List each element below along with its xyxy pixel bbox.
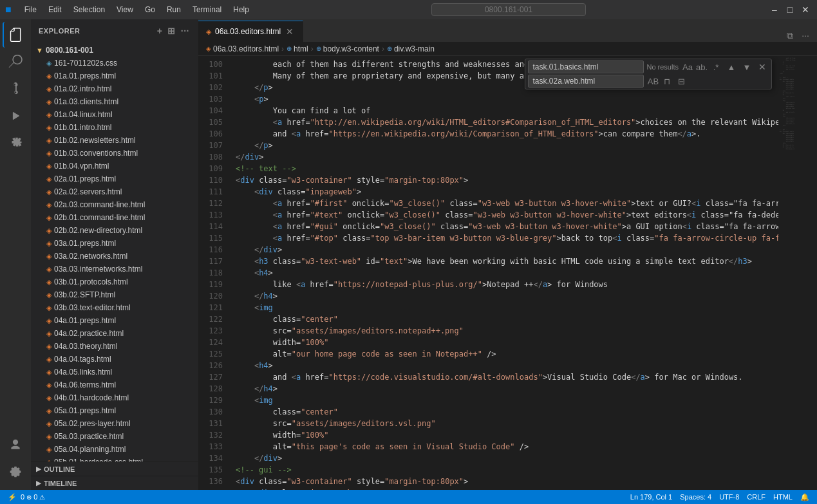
tree-file-item[interactable]: ◈04a.02.practice.html (31, 327, 198, 340)
status-spaces[interactable]: Spaces: 4 (677, 493, 714, 501)
tree-file-item[interactable]: ◈01a.04.linux.html (31, 108, 198, 121)
more-actions-icon[interactable]: ··· (799, 29, 812, 42)
match-case-icon[interactable]: Aa (681, 61, 694, 73)
tree-file-item[interactable]: ◈01b.03.conventions.html (31, 147, 198, 160)
tree-file-item[interactable]: ◈04a.05.links.html (31, 366, 198, 378)
tree-file-item[interactable]: ◈03b.03.text-editor.html (31, 301, 198, 314)
tree-file-item[interactable]: ◈01b.04.vpn.html (31, 160, 198, 173)
timeline-section[interactable]: ▶ TIMELINE (31, 476, 198, 490)
tree-file-item[interactable]: ◈01b.01.intro.html (31, 121, 198, 134)
breadcrumb-html-icon: ⊕ (286, 45, 292, 52)
tree-file-item[interactable]: ◈02b.02.new-directory.html (31, 224, 198, 237)
tree-root-folder[interactable]: ▼ 0800.161-001 (31, 44, 198, 57)
breadcrumb-file[interactable]: ◈ 06a.03.editors.html (206, 44, 279, 53)
tree-file-item[interactable]: ◈02a.01.preps.html (31, 173, 198, 185)
status-encoding[interactable]: UTF-8 (717, 493, 742, 501)
status-error-icon: ⊗ (26, 494, 32, 501)
breadcrumb-file-text[interactable]: 06a.03.editors.html (213, 44, 279, 53)
tree-file-item[interactable]: ◈01a.01.preps.html (31, 70, 198, 82)
replace-icon[interactable]: ⊓ (661, 75, 673, 88)
regex-icon[interactable]: .* (709, 61, 722, 73)
split-editor-icon[interactable]: ⧉ (784, 29, 796, 42)
status-notifications[interactable]: 🔔 (798, 493, 812, 501)
git-branch-icon: ⚡ (8, 493, 17, 501)
tab-file-icon: ◈ (206, 28, 211, 36)
breadcrumb-div[interactable]: ⊕ div.w3-main (387, 44, 435, 53)
find-result-text: No results (646, 63, 679, 71)
menu-view[interactable]: View (111, 4, 138, 15)
status-warning-icon: ⚠ (39, 494, 45, 501)
status-bar: ⚡ 0 ⊗ 0 ⚠ Ln 179, Col 1 Spaces: 4 UTF-8 … (0, 490, 817, 504)
active-tab[interactable]: ◈ 06a.03.editors.html ✕ (198, 21, 303, 42)
minimize-button[interactable]: – (768, 3, 781, 16)
tree-file-item[interactable]: ◈04a.01.preps.html (31, 314, 198, 327)
close-button[interactable]: ✕ (799, 3, 812, 16)
status-position[interactable]: Ln 179, Col 1 (628, 493, 675, 501)
find-next-icon[interactable]: ▼ (740, 61, 753, 73)
outline-section[interactable]: ▶ OUTLINE (31, 462, 198, 476)
breadcrumb-body[interactable]: ⊕ body.w3-content (316, 44, 379, 53)
breadcrumb-html-text[interactable]: html (294, 44, 308, 53)
status-encoding-text: UTF-8 (719, 493, 739, 501)
menu-file[interactable]: File (19, 4, 42, 15)
tree-file-item[interactable]: ◈03b.02.SFTP.html (31, 288, 198, 301)
find-icons: Aa ab. .* (681, 61, 722, 73)
tree-file-item[interactable]: ◈03b.01.protocols.html (31, 275, 198, 288)
new-file-icon[interactable]: + (156, 24, 164, 37)
tree-file-item[interactable]: ◈01a.02.intro.html (31, 82, 198, 95)
tree-file-item[interactable]: ◈03a.02.networks.html (31, 250, 198, 263)
maximize-button[interactable]: □ (784, 3, 796, 16)
minimap: each of them Many of them /p p You can f… (778, 56, 817, 490)
explorer-activity-icon[interactable] (3, 22, 28, 48)
menu-run[interactable]: Run (162, 4, 186, 15)
whole-word-icon[interactable]: ab. (695, 61, 708, 73)
menu-go[interactable]: Go (140, 4, 160, 15)
tree-file-item[interactable]: ◈03a.03.internetworks.html (31, 263, 198, 275)
tab-close-button[interactable]: ✕ (285, 26, 295, 37)
breadcrumb-html[interactable]: ⊕ html (286, 44, 308, 53)
breadcrumb-div-text[interactable]: div.w3-main (394, 44, 435, 53)
tree-file-item[interactable]: ◈05b.01.hardcode-css.html (31, 456, 198, 462)
replace-all-icon[interactable]: ⊟ (675, 75, 688, 88)
tree-file-item[interactable]: ◈04a.03.theory.html (31, 340, 198, 353)
status-language[interactable]: HTML (771, 493, 795, 501)
tree-file-item[interactable]: ◈02a.03.command-line.html (31, 198, 198, 211)
tree-file-item[interactable]: ◈04a.04.tags.html (31, 353, 198, 366)
replace-input[interactable] (528, 75, 644, 88)
menu-help[interactable]: Help (228, 4, 254, 15)
settings-activity-icon[interactable] (3, 459, 28, 485)
new-folder-icon[interactable]: ⊞ (166, 24, 177, 37)
find-close-button[interactable]: ✕ (756, 61, 769, 73)
search-activity-icon[interactable] (3, 49, 28, 75)
tree-file-item[interactable]: ◈05a.03.practice.html (31, 430, 198, 443)
tree-file-item[interactable]: ◈01b.02.newsletters.html (31, 134, 198, 147)
tree-file-item[interactable]: ◈02a.02.servers.html (31, 185, 198, 198)
tree-file-item[interactable]: ◈02b.01.command-line.html (31, 211, 198, 224)
breadcrumb-body-text[interactable]: body.w3-content (323, 44, 379, 53)
breadcrumb: ◈ 06a.03.editors.html › ⊕ html › ⊕ body.… (198, 42, 817, 56)
tree-file-item[interactable]: ◈04b.01.hardcode.html (31, 391, 198, 404)
tree-file-item[interactable]: ◈05a.04.planning.html (31, 443, 198, 456)
tree-file-item[interactable]: ◈01a.03.clients.html (31, 95, 198, 108)
extensions-activity-icon[interactable] (3, 130, 28, 156)
status-git[interactable]: ⚡ 0 ⊗ 0 ⚠ (5, 493, 48, 501)
tree-file-item[interactable]: ◈05a.01.preps.html (31, 404, 198, 417)
find-prev-icon[interactable]: ▲ (725, 61, 738, 73)
tree-file-item[interactable]: ◈161-7011202s.css (31, 57, 198, 70)
tree-file-item[interactable]: ◈05a.02.pres-layer.html (31, 417, 198, 430)
menu-edit[interactable]: Edit (43, 4, 67, 15)
tree-file-item[interactable]: ◈04a.06.terms.html (31, 378, 198, 391)
account-activity-icon[interactable] (3, 432, 28, 458)
source-control-activity-icon[interactable] (3, 76, 28, 102)
replace-row: AB ⊓ ⊟ (528, 75, 769, 88)
tree-file-item[interactable]: ◈03a.01.preps.html (31, 237, 198, 250)
menu-terminal[interactable]: Terminal (187, 4, 227, 15)
collapse-all-icon[interactable]: ··· (180, 24, 191, 37)
debug-activity-icon[interactable] (3, 103, 28, 129)
replace-preserve-case-icon[interactable]: AB (646, 75, 659, 88)
menu-selection[interactable]: Selection (68, 4, 110, 15)
find-input[interactable] (528, 61, 644, 73)
title-search-input[interactable] (431, 3, 586, 16)
status-eol[interactable]: CRLF (744, 493, 768, 501)
code-content[interactable]: each of them has different strengths and… (230, 56, 778, 490)
